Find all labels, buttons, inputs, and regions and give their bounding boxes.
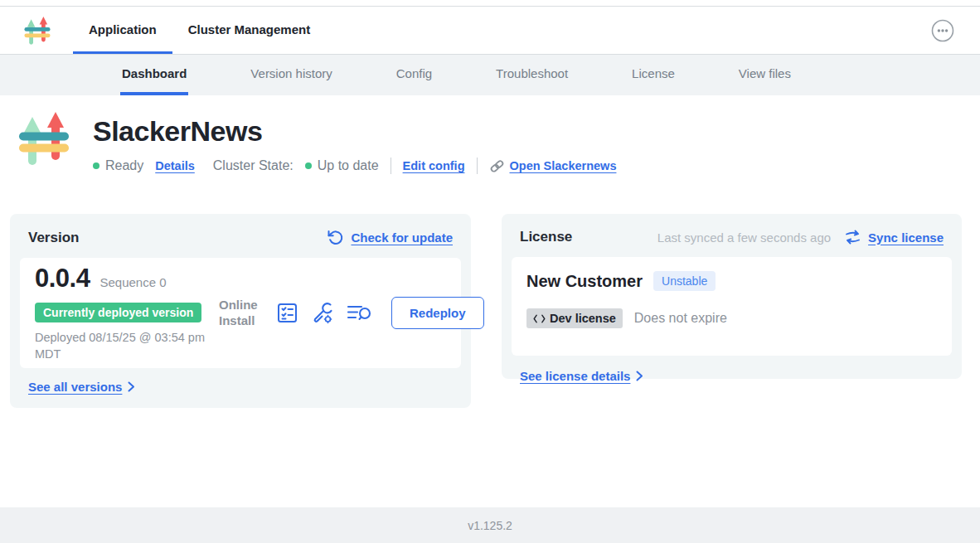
hash-arrows-logo-icon xyxy=(23,15,51,46)
see-all-versions-link[interactable]: See all versions xyxy=(28,380,122,394)
subnav-troubleshoot[interactable]: Troubleshoot xyxy=(494,55,570,95)
subnav-dashboard-label: Dashboard xyxy=(122,66,187,80)
channel-badge: Unstable xyxy=(653,271,716,291)
divider xyxy=(391,158,391,174)
admin-console-page: Application Cluster Management Dashboard… xyxy=(0,0,980,543)
app-hash-arrows-icon xyxy=(18,109,70,168)
console-version: v1.125.2 xyxy=(468,519,512,532)
deployed-timestamp: Deployed 08/15/25 @ 03:54 pm MDT xyxy=(35,330,211,362)
sync-license-link[interactable]: Sync license xyxy=(868,230,944,245)
cluster-state-value: Up to date xyxy=(318,158,379,173)
version-card: Version Check for update 0.0.4 Sequence … xyxy=(10,214,471,408)
edit-config-link[interactable]: Edit config xyxy=(403,159,465,172)
cluster-state-dot xyxy=(305,162,312,169)
last-synced-text: Last synced a few seconds ago xyxy=(657,230,831,245)
check-for-update-wrap[interactable]: Check for update xyxy=(327,229,453,246)
version-number: 0.0.4 xyxy=(35,264,90,293)
see-license-details-link[interactable]: See license details xyxy=(520,369,630,383)
install-type-label: Online Install xyxy=(219,298,264,329)
chain-link-icon[interactable] xyxy=(489,158,505,174)
license-expiry: Does not expire xyxy=(634,311,727,326)
license-type-badge: Dev license xyxy=(526,308,623,328)
subnav-config-label: Config xyxy=(396,66,432,80)
sequence-label: Sequence 0 xyxy=(99,275,166,289)
subnav-license[interactable]: License xyxy=(630,55,677,95)
page-title: SlackerNews xyxy=(93,115,616,148)
view-logs-magnifier-icon[interactable] xyxy=(347,303,372,323)
tab-application-label: Application xyxy=(89,22,157,36)
chevron-right-icon xyxy=(636,371,643,381)
code-brackets-icon xyxy=(533,314,546,323)
check-for-update-link[interactable]: Check for update xyxy=(351,230,453,245)
top-strip xyxy=(0,0,980,7)
subnav-dashboard[interactable]: Dashboard xyxy=(120,55,188,95)
subnav-view-files[interactable]: View files xyxy=(737,55,793,95)
subnav-license-label: License xyxy=(632,66,675,80)
details-link[interactable]: Details xyxy=(155,159,195,172)
ellipsis-menu-icon[interactable] xyxy=(930,18,955,43)
license-card-title: License xyxy=(520,229,572,245)
subnav-config[interactable]: Config xyxy=(395,55,434,95)
subnav-view-files-label: View files xyxy=(739,66,791,80)
app-status-row: Ready Details Cluster State: Up to date … xyxy=(93,158,616,174)
app-status-label: Ready xyxy=(105,158,143,173)
current-version-panel: 0.0.4 Sequence 0 Currently deployed vers… xyxy=(20,258,461,368)
subnav-version-history-label: Version history xyxy=(250,66,332,80)
divider xyxy=(477,158,478,174)
tab-application[interactable]: Application xyxy=(73,7,172,54)
redeploy-button[interactable]: Redeploy xyxy=(391,297,484,329)
open-app-link-wrap[interactable]: Open Slackernews xyxy=(489,158,617,174)
top-tab-bar: Application Cluster Management xyxy=(73,7,326,54)
deployed-badge: Currently deployed version xyxy=(35,303,201,322)
license-type-badge-label: Dev license xyxy=(550,312,616,325)
header-right xyxy=(930,7,980,54)
chevron-right-icon xyxy=(128,381,135,392)
license-card: License Last synced a few seconds ago Sy… xyxy=(502,214,962,379)
app-header: SlackerNews Ready Details Cluster State:… xyxy=(18,109,980,174)
top-header: Application Cluster Management xyxy=(0,7,980,55)
refresh-icon[interactable] xyxy=(327,229,344,246)
brand-logo[interactable] xyxy=(0,7,51,54)
license-detail-panel: New Customer Unstable Dev license Does n… xyxy=(512,257,952,356)
wrench-gear-icon[interactable] xyxy=(311,302,334,325)
tab-cluster-management[interactable]: Cluster Management xyxy=(172,7,327,54)
subnav-version-history[interactable]: Version history xyxy=(249,55,333,95)
cluster-state-label: Cluster State: xyxy=(213,158,294,173)
console-footer: v1.125.2 xyxy=(0,507,980,543)
tab-cluster-management-label: Cluster Management xyxy=(188,22,311,36)
sync-arrows-icon[interactable] xyxy=(844,230,861,245)
app-subnav: Dashboard Version history Config Trouble… xyxy=(0,55,980,95)
customer-name: New Customer xyxy=(526,272,643,291)
version-card-title: Version xyxy=(28,230,79,246)
preflight-checklist-icon[interactable] xyxy=(276,302,298,324)
open-app-link[interactable]: Open Slackernews xyxy=(510,159,617,172)
app-status-dot xyxy=(93,162,99,169)
subnav-troubleshoot-label: Troubleshoot xyxy=(496,66,568,80)
